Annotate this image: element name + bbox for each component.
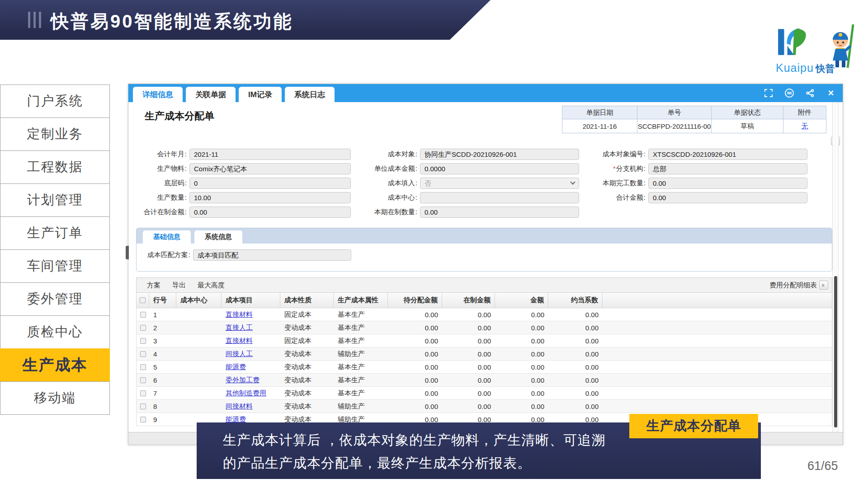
window-tab[interactable]: 详细信息 — [133, 87, 183, 102]
toolbar-button[interactable]: 导出 — [172, 281, 186, 290]
form-input[interactable]: 2021-11 — [189, 149, 351, 160]
form-label: 生产物料 — [137, 164, 189, 173]
cost-item-link[interactable]: 直接材料 — [222, 334, 280, 347]
grid-cell: 6 — [149, 374, 176, 386]
share-icon[interactable] — [806, 89, 815, 98]
form-input[interactable]: 协同生产SCDD-20210926-001 — [420, 149, 579, 160]
sidebar-item[interactable]: 生产订单 — [0, 216, 110, 250]
window-tab[interactable]: 系统日志 — [285, 87, 335, 102]
form-row: 成本中心 — [366, 192, 579, 203]
form-value: Comix齐心笔记本 — [194, 164, 346, 174]
info-column-header: 单号 — [637, 106, 712, 119]
row-checkbox-cell — [137, 374, 149, 386]
window-scrollbar[interactable] — [832, 102, 839, 432]
row-checkbox[interactable] — [140, 417, 146, 422]
cost-item-link[interactable]: 间接人工 — [222, 347, 280, 360]
row-checkbox[interactable] — [140, 325, 146, 331]
toolbar-button[interactable]: 最大高度 — [198, 281, 225, 290]
row-checkbox[interactable] — [140, 364, 146, 370]
form-input[interactable]: 10.00 — [189, 192, 351, 203]
grid-cell: 0.00 — [442, 400, 495, 413]
form-input[interactable] — [420, 192, 579, 203]
row-checkbox[interactable] — [140, 404, 146, 409]
grid-cell: 辅助生产 — [334, 347, 388, 360]
subtab[interactable]: 系统信息 — [194, 230, 242, 244]
panel-collapse-handle[interactable] — [126, 246, 129, 259]
cost-item-link[interactable]: 直接人工 — [222, 321, 280, 334]
kp-logo-icon — [777, 25, 809, 59]
form-input[interactable]: 0.00 — [189, 206, 351, 218]
sidebar-item[interactable]: 生产成本 — [0, 348, 110, 382]
cost-item-link[interactable]: 委外加工费 — [222, 374, 280, 386]
collapse-grid-button[interactable]: « — [819, 281, 828, 290]
form-column-3: 成本对象编号XTSCSCDD-20210926-001*分支机构总部本期完工数量… — [584, 148, 807, 206]
grid-header: 行号成本中心成本项目成本性质生产成本属性待分配金额在制金额金额约当系数 — [136, 293, 832, 308]
im-icon[interactable]: IM — [785, 89, 794, 98]
form-row: 会计年月2021-11 — [137, 148, 351, 160]
row-checkbox[interactable] — [140, 351, 146, 357]
grid-cell: 0.00 — [548, 321, 603, 334]
form-value: 0.00 — [653, 192, 803, 203]
grid-cell: 变动成本 — [280, 374, 334, 386]
grid-column-header: 待分配金额 — [388, 293, 442, 308]
brand-logo: Kuaipu 快普 — [776, 25, 866, 79]
form-input[interactable]: 0.0000 — [420, 163, 579, 174]
row-checkbox[interactable] — [140, 312, 146, 318]
sidebar-item[interactable]: 质检中心 — [0, 315, 110, 349]
grid-cell: 0.00 — [495, 308, 548, 321]
grid-cell: 1 — [149, 308, 176, 321]
attachment-link[interactable]: 无 — [783, 119, 826, 133]
fullscreen-icon[interactable] — [764, 89, 773, 98]
close-icon[interactable]: × — [826, 89, 835, 98]
form-row: 成本对象编号XTSCSCDD-20210926-001 — [584, 148, 807, 160]
sidebar-item[interactable]: 定制业务 — [0, 117, 110, 151]
grid-cell: 基本生产 — [334, 374, 388, 386]
select-all-checkbox[interactable] — [140, 297, 146, 303]
form-input[interactable]: 总部 — [648, 163, 807, 174]
grid-cell — [176, 334, 222, 347]
row-checkbox-cell — [137, 321, 149, 334]
sidebar-item[interactable]: 委外管理 — [0, 282, 110, 316]
row-checkbox[interactable] — [140, 390, 146, 396]
window-tab[interactable]: 关联单据 — [186, 87, 236, 102]
cost-item-link[interactable]: 间接材料 — [222, 400, 280, 413]
cost-item-link[interactable]: 其他制造费用 — [222, 387, 280, 399]
row-checkbox[interactable] — [140, 377, 146, 383]
form-input[interactable]: 0 — [189, 178, 351, 189]
row-checkbox[interactable] — [140, 338, 146, 344]
grid-cell: 固定成本 — [280, 334, 334, 347]
subtab[interactable]: 基础信息 — [143, 230, 191, 244]
grid-cell: 变动成本 — [280, 387, 334, 399]
sidebar-item[interactable]: 工程数据 — [0, 150, 110, 184]
grid-row-filler — [603, 347, 832, 360]
form-column-1: 会计年月2021-11生产物料Comix齐心笔记本底层码0生产数量10.00合计… — [137, 148, 351, 221]
form-input[interactable]: 0.00 — [420, 206, 579, 218]
sidebar-item[interactable]: 移动端 — [0, 381, 110, 415]
required-asterisk: * — [613, 164, 616, 172]
sidebar-item[interactable]: 车间管理 — [0, 249, 110, 283]
window-tab[interactable]: IM记录 — [239, 87, 282, 102]
form-input[interactable]: 0.00 — [648, 178, 807, 189]
match-scheme-input[interactable]: 成本项目匹配 — [193, 249, 351, 261]
scrollbar-thumb[interactable] — [834, 276, 837, 427]
select-all-checkbox-cell — [137, 293, 149, 308]
grid-cell: 0.00 — [442, 361, 495, 373]
form-input[interactable]: XTSCSCDD-20210926-001 — [648, 149, 807, 160]
table-row: 5能源费变动成本基本生产0.000.000.000.00 — [137, 361, 832, 374]
form-input[interactable]: 0.00 — [648, 192, 807, 203]
toolbar-button[interactable]: 方案 — [147, 281, 160, 290]
sidebar-item[interactable]: 门户系统 — [0, 84, 110, 118]
info-value: SCCBFPD-20211116-00 — [637, 119, 712, 133]
sidebar-item[interactable]: 计划管理 — [0, 183, 110, 217]
form-input[interactable]: Comix齐心笔记本 — [189, 163, 351, 174]
match-scheme-row: 成本匹配方案 成本项目匹配 — [141, 249, 832, 261]
grid-cell: 0.00 — [388, 374, 442, 386]
cost-item-link[interactable]: 直接材料 — [222, 308, 280, 321]
grid-cell: 变动成本 — [280, 361, 334, 373]
form-value: 0.00 — [194, 207, 346, 217]
grid-cell: 7 — [149, 387, 176, 399]
row-checkbox-cell — [137, 387, 149, 399]
grid-cell: 0.00 — [548, 374, 603, 386]
form-select[interactable]: 否 — [420, 178, 579, 189]
cost-item-link[interactable]: 能源费 — [222, 361, 280, 373]
